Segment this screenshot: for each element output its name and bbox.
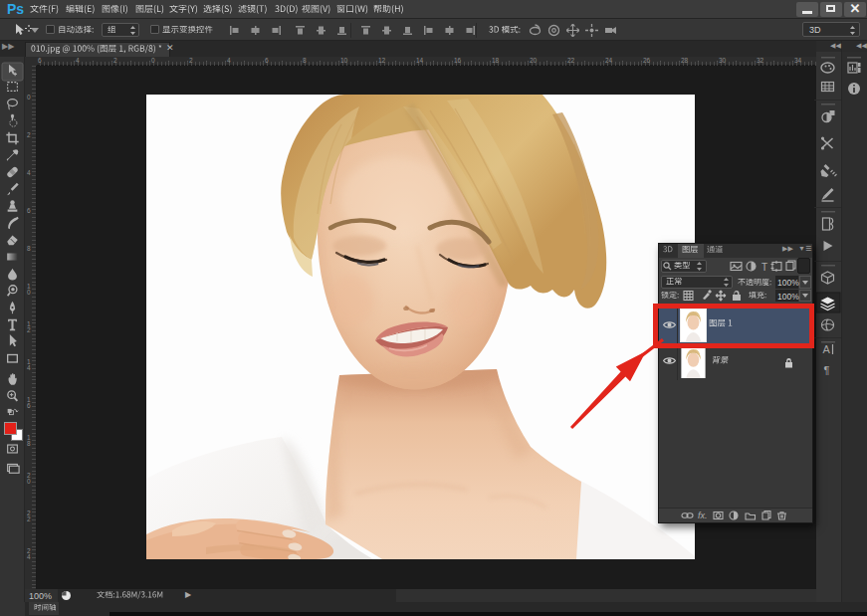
svg-text:fx.: fx. [698, 511, 708, 520]
svg-text:T: T [761, 262, 767, 273]
